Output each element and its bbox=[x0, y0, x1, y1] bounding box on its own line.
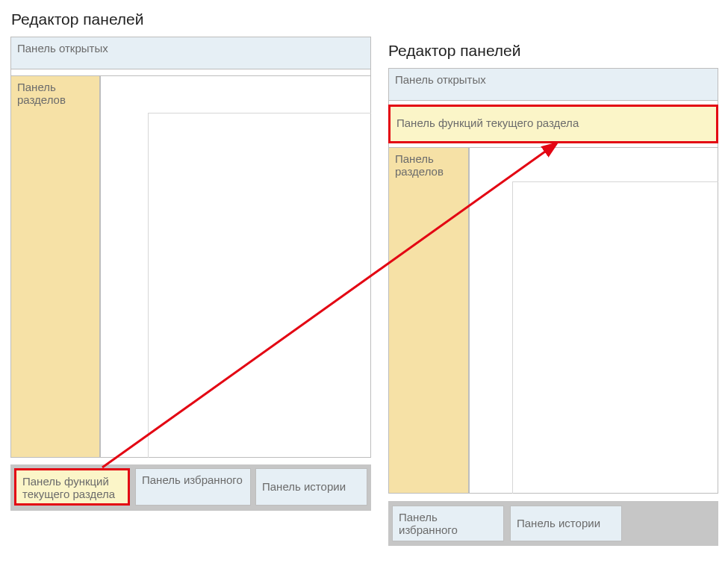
tray-favorites-right[interactable]: Панель избранного bbox=[392, 506, 504, 541]
tray-functions-left[interactable]: Панель функций текущего раздела bbox=[14, 468, 130, 506]
content-split-right bbox=[512, 181, 718, 494]
panel-functions-right[interactable]: Панель функций текущего раздела bbox=[388, 105, 718, 143]
tray-favorites-left[interactable]: Панель избранного bbox=[135, 468, 251, 506]
content-split-left bbox=[148, 113, 371, 458]
panel-sections-left[interactable]: Панель разделов bbox=[10, 75, 100, 458]
panel-sections-right[interactable]: Панель разделов bbox=[388, 147, 469, 494]
editor-title-right: Редактор панелей bbox=[388, 42, 521, 60]
editor-title-left: Редактор панелей bbox=[11, 10, 144, 28]
panel-open-right[interactable]: Панель открытых bbox=[388, 68, 718, 101]
panel-open-left[interactable]: Панель открытых bbox=[10, 37, 371, 69]
tray-history-right[interactable]: Панель истории bbox=[510, 506, 622, 541]
tray-history-left[interactable]: Панель истории bbox=[255, 468, 367, 506]
